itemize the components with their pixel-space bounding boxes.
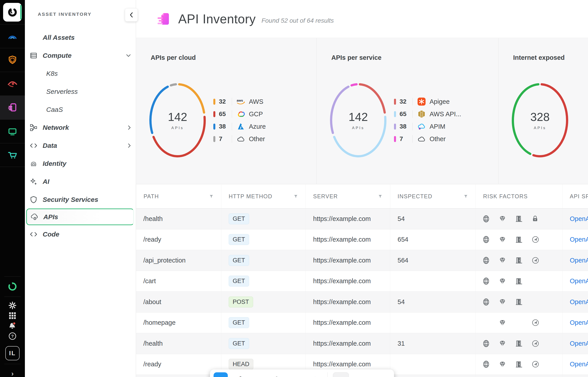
filter-icon[interactable] (379, 195, 382, 198)
legend-value: 7 (219, 135, 231, 142)
legend-color-chip (213, 111, 215, 117)
sidebar-item-serverless[interactable]: Serverless (25, 82, 136, 100)
tool-icon[interactable]: ◻ (290, 372, 302, 377)
filter-icon[interactable] (464, 195, 468, 198)
api-spec-link[interactable]: OpenAPI (570, 257, 588, 264)
legend-label: APIM (429, 123, 445, 130)
cursor-tool-button[interactable] (214, 372, 228, 377)
cart-icon (7, 150, 18, 161)
legend-label: GCP (249, 110, 263, 118)
gem-icon (498, 236, 515, 244)
gem-icon (498, 277, 515, 285)
api-spec-link[interactable]: OpenAPI (570, 277, 588, 285)
http-method-badge: GET (229, 276, 249, 286)
sidebar-item-code[interactable]: Code (25, 225, 136, 243)
rail-item-cart[interactable] (0, 143, 25, 167)
rail-item-radar[interactable] (0, 24, 25, 48)
table-row[interactable]: /health GET https://example.com 54 (136, 209, 588, 229)
extra-risk-icon (531, 340, 548, 348)
sidebar-collapse-button[interactable] (125, 8, 138, 22)
rail-item-sync[interactable] (0, 277, 25, 296)
donut-center-label: APIs (352, 126, 364, 130)
path-cell: /about (136, 292, 221, 312)
notifications-button[interactable] (7, 321, 18, 331)
globe-icon (482, 236, 498, 244)
sidebar-item-network[interactable]: Network (25, 118, 136, 137)
legend-row: 65 aws (394, 110, 461, 118)
server-icon (28, 50, 39, 61)
rail-item-shield[interactable] (0, 48, 25, 72)
api-doc-icon (7, 103, 18, 113)
legend-icon: aws (417, 122, 427, 131)
internet-exposed-panel: Internet exposed 328 APIs (498, 38, 588, 184)
risk-factors-cell (475, 333, 562, 354)
api-spec-link[interactable]: OpenAPI (570, 340, 588, 347)
sidebar-item-compute[interactable]: Compute (25, 47, 136, 64)
globe-icon (482, 256, 498, 265)
filter-icon[interactable] (294, 195, 298, 198)
api-spec-link[interactable]: OpenAPI (570, 298, 588, 306)
orca-logo[interactable] (3, 3, 22, 22)
door-icon (515, 360, 531, 368)
shield-flame-icon (7, 55, 18, 65)
table-row[interactable]: /ready GET https://example.com 654 (136, 229, 588, 250)
risk-factors-cell (475, 271, 562, 292)
inspected-cell: 31 (390, 333, 475, 354)
expand-rail-button[interactable]: › (11, 370, 14, 377)
left-rail: ? IL › (0, 0, 25, 377)
sidebar-item-identity[interactable]: Identity (25, 154, 136, 173)
legend-value: 32 (219, 98, 231, 105)
sidebar-item-security-services[interactable]: Security Services (25, 190, 136, 209)
user-avatar[interactable]: IL (5, 346, 20, 360)
svg-text:?: ? (11, 334, 14, 339)
path-cell: /ready (136, 229, 221, 250)
settings-button[interactable] (7, 300, 18, 311)
filter-icon[interactable] (209, 195, 213, 198)
legend-icon: aws (236, 122, 246, 131)
legend-row: 65 aws (213, 110, 266, 118)
legend-row: 32 aws (394, 98, 461, 106)
sidebar-item-caas[interactable]: CaaS (25, 100, 136, 118)
tool-icon[interactable]: ✦ (309, 372, 321, 377)
legend-row: 7 aws (394, 135, 461, 143)
table-row[interactable]: /about POST https://example.com 54 (136, 292, 588, 313)
extra-risk-icon (531, 236, 548, 244)
api-spec-link[interactable]: OpenAPI (570, 236, 588, 243)
tool-icon[interactable]: ✎ (272, 372, 284, 377)
globe-icon (482, 215, 498, 223)
inspected-cell: 99 (390, 375, 475, 377)
table-row[interactable]: /cart GET https://example.com (136, 271, 588, 292)
help-button[interactable]: ? (7, 331, 18, 341)
sidebar-item-k8s[interactable]: K8s (25, 64, 136, 82)
legend-icon: aws (236, 134, 246, 144)
legend-icon: aws (417, 109, 427, 119)
chevron-down-icon (126, 54, 131, 57)
sidebar-item-ai[interactable]: AI (25, 173, 136, 190)
gem-icon (498, 340, 515, 347)
table-row[interactable]: /homepage GET https://example.com (136, 313, 588, 333)
server-cell: https://example.com (306, 209, 390, 229)
sidebar-item-apis[interactable]: APIs (26, 209, 134, 225)
sidebar-item-all-assets[interactable]: All Assets (25, 28, 136, 47)
api-spec-link[interactable]: OpenAPI (570, 215, 588, 223)
legend-icon: aws (417, 97, 427, 106)
rail-item-api-inventory[interactable] (0, 95, 25, 119)
tool-icon[interactable]: ✚ (234, 372, 246, 377)
table-header: PATH HTTP METHOD SERVER (136, 185, 588, 209)
toolbar-secondary-button[interactable] (333, 372, 349, 377)
api-spec-cell: OpenAPI (562, 292, 588, 312)
api-spec-cell: OpenAPI (562, 209, 588, 229)
table-row[interactable]: /health GET https://example.com 31 (136, 333, 588, 354)
inspected-cell (390, 354, 475, 375)
table-row[interactable]: /api_protection GET https://example.com … (136, 250, 588, 271)
api-spec-link[interactable]: OpenAPI (570, 319, 588, 326)
extra-risk-icon (531, 215, 548, 223)
tool-icon[interactable]: ▭ (253, 372, 265, 377)
inspected-cell: 564 (390, 250, 475, 271)
column-header: HTTP METHOD (221, 185, 306, 208)
rail-item-monitor[interactable] (0, 119, 25, 143)
api-spec-link[interactable]: OpenAPI (570, 361, 588, 368)
apps-button[interactable] (7, 311, 18, 321)
sidebar-item-data[interactable]: Data (25, 137, 136, 154)
rail-item-eye[interactable] (0, 72, 25, 95)
